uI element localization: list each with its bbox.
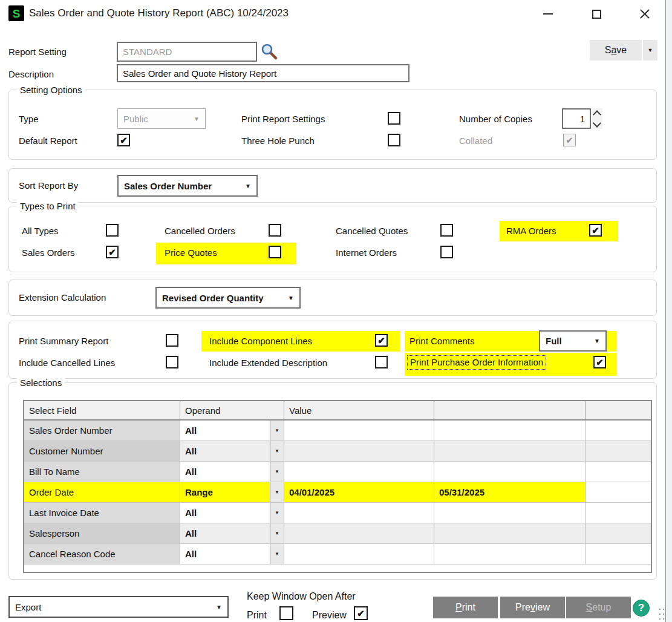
cell-value1[interactable] bbox=[284, 523, 434, 544]
chevron-down-icon bbox=[593, 119, 601, 127]
table-row[interactable]: Customer Number All▼ bbox=[24, 441, 651, 462]
print-comments-select[interactable]: Full ▼ bbox=[539, 330, 607, 352]
cell-value1[interactable] bbox=[284, 503, 434, 523]
export-select[interactable]: Export ▼ bbox=[8, 596, 229, 618]
report-setting-label: Report Setting bbox=[8, 46, 67, 58]
cancelled-orders-checkbox[interactable]: ✔ bbox=[269, 224, 281, 237]
close-button[interactable] bbox=[631, 5, 658, 23]
setting-options-group: Setting Options Type Public ▼ Print Repo… bbox=[8, 90, 657, 160]
cell-value2[interactable] bbox=[434, 441, 586, 462]
app-icon: S bbox=[8, 5, 24, 21]
extension-calculation-select[interactable]: Revised Order Quantity ▼ bbox=[155, 287, 301, 309]
all-types-label: All Types bbox=[22, 225, 59, 237]
all-types-checkbox[interactable]: ✔ bbox=[106, 224, 119, 237]
operand-dropdown-button[interactable]: ▼ bbox=[270, 482, 284, 502]
table-row-order-date[interactable]: Order Date Range▼ 04/01/2025 05/31/2025 bbox=[24, 482, 651, 503]
sales-orders-checkbox[interactable]: ✔ bbox=[106, 246, 119, 258]
print-summary-report-label: Print Summary Report bbox=[19, 335, 108, 347]
lookup-button[interactable] bbox=[260, 43, 278, 63]
chevron-down-icon: ▼ bbox=[275, 489, 279, 495]
table-row[interactable]: Bill To Name All▼ bbox=[24, 462, 651, 482]
operand-dropdown-button[interactable]: ▼ bbox=[270, 421, 284, 440]
minimize-button[interactable] bbox=[535, 5, 561, 23]
cell-value2[interactable] bbox=[434, 462, 586, 482]
cell-blank bbox=[586, 462, 651, 482]
sort-report-by-select[interactable]: Sales Order Number ▼ bbox=[117, 175, 258, 197]
description-field[interactable]: Sales Order and Quote History Report bbox=[117, 64, 409, 82]
include-cancelled-lines-checkbox[interactable]: ✔ bbox=[166, 356, 178, 368]
cell-value1[interactable]: 04/01/2025 bbox=[284, 482, 434, 503]
save-dropdown-button[interactable]: ▼ bbox=[643, 40, 657, 61]
include-extended-description-checkbox[interactable]: ✔ bbox=[375, 356, 388, 368]
chevron-down-icon: ▼ bbox=[648, 47, 653, 53]
print-button[interactable]: Print bbox=[433, 597, 498, 618]
print-report-settings-checkbox[interactable]: ✔ bbox=[388, 112, 400, 125]
print-options-group: Print Summary Report ✔ Include Component… bbox=[8, 321, 657, 379]
operand-dropdown-button[interactable]: ▼ bbox=[270, 503, 284, 523]
cell-value1[interactable] bbox=[284, 421, 434, 441]
default-report-checkbox[interactable]: ✔ bbox=[117, 134, 130, 146]
operand-dropdown-button[interactable]: ▼ bbox=[270, 523, 284, 543]
number-of-copies-field[interactable]: 1 bbox=[562, 108, 591, 129]
print-purchase-order-information-checkbox[interactable]: ✔ bbox=[593, 356, 606, 368]
cell-value2[interactable] bbox=[434, 544, 586, 565]
cell-value2[interactable] bbox=[434, 503, 586, 523]
operand-dropdown-button[interactable]: ▼ bbox=[270, 544, 284, 564]
report-setting-field[interactable]: STANDARD bbox=[117, 42, 257, 62]
cell-value1[interactable] bbox=[284, 441, 434, 462]
rma-orders-label: RMA Orders bbox=[506, 225, 556, 237]
cell-value2[interactable] bbox=[434, 421, 586, 441]
collated-checkbox: ✔ bbox=[563, 134, 576, 146]
cell-field: Bill To Name bbox=[24, 462, 180, 482]
cancelled-quotes-label: Cancelled Quotes bbox=[336, 225, 408, 237]
help-button[interactable]: ? bbox=[633, 600, 650, 617]
table-row[interactable]: Cancel Reason Code All▼ bbox=[24, 544, 651, 565]
chevron-down-icon: ▼ bbox=[189, 116, 200, 122]
spinner-up-button[interactable] bbox=[592, 108, 602, 119]
cell-operand: All▼ bbox=[180, 523, 284, 544]
include-component-lines-checkbox[interactable]: ✔ bbox=[375, 334, 388, 347]
cell-operand: All▼ bbox=[180, 441, 284, 462]
cancelled-quotes-checkbox[interactable]: ✔ bbox=[440, 224, 453, 237]
table-row[interactable]: Salesperson All▼ bbox=[24, 523, 651, 544]
cell-value1[interactable] bbox=[284, 462, 434, 482]
cell-value2[interactable]: 05/31/2025 bbox=[434, 482, 586, 503]
keep-open-preview-checkbox[interactable]: ✔ bbox=[354, 606, 368, 620]
print-summary-report-checkbox[interactable]: ✔ bbox=[166, 334, 178, 347]
grid-filler bbox=[24, 565, 651, 572]
price-quotes-checkbox[interactable]: ✔ bbox=[269, 246, 281, 258]
operand-dropdown-button[interactable]: ▼ bbox=[270, 462, 284, 482]
table-row[interactable]: Sales Order Number All▼ bbox=[24, 421, 651, 441]
cell-blank bbox=[586, 421, 651, 441]
column-header-blank2 bbox=[586, 401, 651, 419]
maximize-icon bbox=[592, 10, 601, 19]
column-header-value: Value bbox=[284, 401, 434, 419]
three-hole-punch-checkbox[interactable]: ✔ bbox=[388, 134, 400, 146]
title-bar: S Sales Order and Quote History Report (… bbox=[0, 0, 665, 28]
keep-open-print-checkbox[interactable]: ✔ bbox=[279, 606, 293, 620]
cell-operand: Range▼ bbox=[180, 482, 284, 503]
rma-orders-checkbox[interactable]: ✔ bbox=[589, 224, 602, 237]
save-button[interactable]: Save bbox=[590, 40, 642, 61]
chevron-down-icon: ▼ bbox=[275, 510, 279, 516]
spinner-down-button[interactable] bbox=[592, 119, 602, 129]
setting-options-legend: Setting Options bbox=[17, 84, 85, 96]
copies-spinner[interactable] bbox=[592, 108, 602, 129]
table-row[interactable]: Last Invoice Date All▼ bbox=[24, 503, 651, 523]
resize-grip[interactable] bbox=[659, 607, 665, 621]
print-comments-label: Print Comments bbox=[409, 335, 475, 347]
operand-dropdown-button[interactable]: ▼ bbox=[270, 441, 284, 461]
selections-legend: Selections bbox=[17, 377, 65, 389]
maximize-button[interactable] bbox=[583, 5, 610, 23]
column-header-operand: Operand bbox=[180, 401, 284, 419]
include-extended-description-label: Include Extended Description bbox=[209, 357, 327, 369]
cell-value2[interactable] bbox=[434, 523, 586, 544]
type-label: Type bbox=[19, 113, 39, 125]
question-mark-icon: ? bbox=[638, 602, 644, 614]
column-header-blank1 bbox=[434, 401, 586, 419]
chevron-down-icon: ▼ bbox=[275, 428, 279, 433]
selections-grid: Select Field Operand Value Sales Order N… bbox=[23, 400, 652, 573]
internet-orders-checkbox[interactable]: ✔ bbox=[440, 246, 453, 258]
preview-button[interactable]: Preview bbox=[499, 597, 565, 618]
cell-value1[interactable] bbox=[284, 544, 434, 565]
